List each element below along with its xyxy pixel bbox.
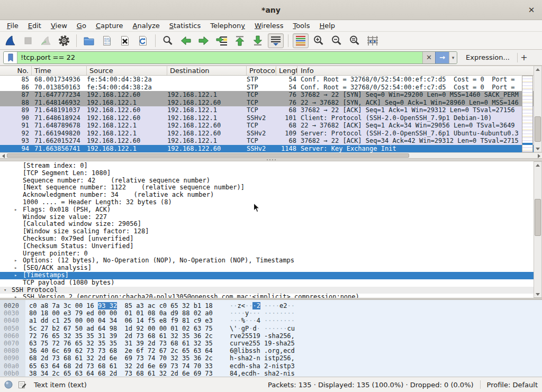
detail-line[interactable]: ▾SSH Protocol: [0, 287, 542, 294]
hex-row-0040[interactable]: 0040a1 dd c1 25 00 00 04 34 06 14 f5 e8 …: [0, 317, 542, 324]
collapsed-arrow-icon[interactable]: ▸: [14, 265, 17, 272]
close-window-button[interactable]: ✕: [526, 5, 537, 15]
packet-row-93[interactable]: 9371.662015274192.168.122.60192.168.122.…: [0, 137, 542, 145]
packet-list-minimap[interactable]: [522, 76, 533, 152]
menu-edit[interactable]: Edit: [23, 21, 46, 31]
start-capture-button[interactable]: [2, 33, 18, 48]
detail-line[interactable]: Sequence number: 42 (relative sequence n…: [0, 177, 542, 185]
collapsed-arrow-icon[interactable]: ▸: [14, 206, 17, 214]
collapsed-arrow-icon[interactable]: ▸: [14, 257, 17, 265]
column-header-protocol[interactable]: Protocol: [247, 66, 276, 75]
details-vertical-scrollbar[interactable]: [534, 161, 542, 298]
packet-list-horizontal-scrollbar[interactable]: [0, 152, 542, 158]
expression-button[interactable]: Expression...: [466, 53, 510, 61]
reload-file-button[interactable]: [135, 33, 151, 48]
auto-scroll-button[interactable]: [268, 33, 284, 48]
column-header-time[interactable]: Time: [32, 66, 87, 75]
scrollbar-thumb[interactable]: [535, 116, 541, 142]
column-header-destination[interactable]: Destination: [167, 66, 247, 75]
open-file-button[interactable]: [81, 33, 97, 48]
scroll-down-icon[interactable]: [534, 145, 541, 152]
filter-clear-button[interactable]: ✕: [422, 52, 435, 63]
scroll-left-icon[interactable]: [0, 153, 6, 158]
collapsed-arrow-icon[interactable]: ▸: [14, 272, 17, 279]
capture-options-button[interactable]: [56, 33, 72, 48]
packet-list-vertical-scrollbar[interactable]: [534, 66, 542, 152]
hex-row-0080[interactable]: 008036 40 6c 69 62 73 73 68 2e 6f 72 67 …: [0, 347, 542, 354]
packet-row-94[interactable]: 9471.663856741192.168.122.1192.168.122.6…: [0, 145, 542, 153]
menu-go[interactable]: Go: [72, 21, 91, 31]
zoom-in-button[interactable]: [311, 33, 327, 48]
hex-row-0020[interactable]: 0020c0 a8 7a 3c 00 16 93 32 85 a3 ac c0 …: [0, 302, 542, 309]
save-file-button[interactable]: 010101100111: [99, 33, 115, 48]
detail-line[interactable]: Acknowledgment number: 34 (relative ack …: [0, 192, 542, 199]
close-file-button[interactable]: [117, 33, 133, 48]
hex-row-0030[interactable]: 003080 18 00 e3 79 ed 00 00 01 01 08 0a …: [0, 309, 542, 317]
filter-bookmark-button[interactable]: [4, 52, 17, 63]
detail-line[interactable]: 1000 .... = Header Length: 32 bytes (8): [0, 199, 542, 206]
zoom-100-button[interactable]: [347, 33, 363, 48]
restart-capture-button[interactable]: [38, 33, 54, 48]
packet-row-86[interactable]: 8670.013850163fe:54:00:d4:38:2aSTP54Conf…: [0, 84, 542, 92]
packet-row-89[interactable]: 8971.648191037192.168.122.60192.168.122.…: [0, 106, 542, 114]
go-first-packet-button[interactable]: [232, 33, 248, 48]
detail-line[interactable]: Window size value: 227: [0, 214, 542, 221]
scroll-right-icon[interactable]: [536, 153, 542, 158]
packet-row-85[interactable]: 8568.001734936fe:54:00:d4:38:2aSTP54Conf…: [0, 76, 542, 84]
menu-capture[interactable]: Capture: [91, 21, 128, 31]
scroll-up-icon[interactable]: [534, 162, 541, 168]
menu-file[interactable]: File: [2, 21, 23, 31]
profile-status[interactable]: Profile: Default: [487, 381, 538, 389]
menu-tools[interactable]: Tools: [288, 21, 314, 31]
capture-file-properties-icon[interactable]: [4, 380, 13, 389]
go-back-button[interactable]: [178, 33, 194, 48]
filter-apply-button[interactable]: →: [435, 52, 449, 63]
hex-row-00b0[interactable]: 00b038 34 2c 65 63 64 68 2d 73 68 61 32 …: [0, 370, 542, 377]
hex-row-0060[interactable]: 006072 76 65 32 35 35 31 39 2d 73 68 61 …: [0, 332, 542, 340]
menu-statistics[interactable]: Statistics: [165, 21, 205, 31]
scrollbar-thumb[interactable]: [535, 199, 541, 236]
collapsed-arrow-icon[interactable]: ▸: [14, 294, 17, 298]
detail-line[interactable]: ▸[SEQ/ACK analysis]: [0, 265, 542, 272]
scroll-up-icon[interactable]: [534, 66, 541, 72]
resize-columns-button[interactable]: [365, 33, 381, 48]
detail-line[interactable]: ▸Options: (12 bytes), No-Operation (NOP)…: [0, 257, 542, 265]
add-filter-button[interactable]: +: [518, 52, 530, 62]
detail-line[interactable]: Checksum: 0x79ed [unverified]: [0, 235, 542, 243]
hex-row-0070[interactable]: 007063 75 72 76 65 32 35 35 31 39 2d 73 …: [0, 340, 542, 347]
column-header-no[interactable]: No.: [0, 66, 32, 75]
column-header-length[interactable]: Length: [276, 66, 297, 75]
detail-line[interactable]: [TCP Segment Len: 1080]: [0, 170, 542, 177]
menu-wireless[interactable]: Wireless: [250, 21, 288, 31]
menu-telephony[interactable]: Telephony: [205, 21, 250, 31]
packet-row-88[interactable]: 8871.648146932192.168.122.1192.168.122.6…: [0, 99, 542, 107]
detail-line[interactable]: [Window size scaling factor: 128]: [0, 228, 542, 235]
detail-line[interactable]: ▸[Timestamps]: [0, 272, 542, 279]
detail-line[interactable]: [Stream index: 0]: [0, 162, 542, 170]
detail-line[interactable]: [Next sequence number: 1122 (relative se…: [0, 184, 542, 192]
column-header-info[interactable]: Info: [297, 66, 542, 75]
hex-row-0050[interactable]: 00505c 27 b2 67 50 ad 64 98 1d 92 00 00 …: [0, 325, 542, 332]
display-filter-input[interactable]: [17, 52, 422, 63]
zoom-out-button[interactable]: [329, 33, 345, 48]
column-header-source[interactable]: Source: [87, 66, 167, 75]
packet-row-87[interactable]: 8771.647777234192.168.122.60192.168.122.…: [0, 91, 542, 99]
detail-line[interactable]: [Checksum Status: Unverified]: [0, 243, 542, 250]
detail-line[interactable]: ▸Flags: 0x018 (PSH, ACK): [0, 206, 542, 214]
colorize-button[interactable]: [293, 33, 309, 48]
scrollbar-thumb[interactable]: [7, 153, 409, 158]
find-packet-button[interactable]: [160, 33, 176, 48]
scroll-down-icon[interactable]: [534, 291, 541, 297]
stop-capture-button[interactable]: [20, 33, 36, 48]
hex-row-0090[interactable]: 009068 2d 73 68 61 32 2d 6e 69 73 74 70 …: [0, 354, 542, 362]
menu-view[interactable]: View: [46, 21, 72, 31]
expanded-arrow-icon[interactable]: ▾: [4, 287, 6, 294]
go-to-packet-button[interactable]: [214, 33, 230, 48]
capture-comment-icon[interactable]: [18, 380, 26, 389]
go-forward-button[interactable]: [196, 33, 212, 48]
menu-analyze[interactable]: Analyze: [128, 21, 165, 31]
packet-row-92[interactable]: 9271.661949820192.168.122.1192.168.122.6…: [0, 130, 542, 138]
filter-dropdown-button[interactable]: ▾: [449, 52, 457, 63]
packet-row-90[interactable]: 9071.648618924192.168.122.60192.168.122.…: [0, 114, 542, 122]
packet-row-91[interactable]: 9171.648789678192.168.122.1192.168.122.6…: [0, 122, 542, 130]
